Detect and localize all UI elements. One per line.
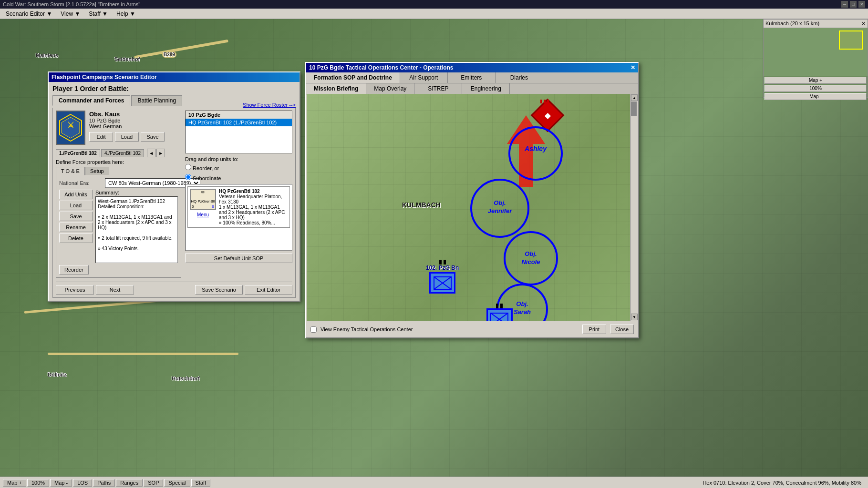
menu-help[interactable]: Help ▼ bbox=[113, 10, 139, 18]
status-map-minus[interactable]: Map - bbox=[50, 479, 72, 487]
status-los[interactable]: LOS bbox=[73, 479, 92, 487]
maximize-button[interactable]: □ bbox=[850, 1, 857, 8]
unit-card: ✉ HQ PzGrenBtl 5 S Menu HQ PzGr bbox=[187, 186, 290, 228]
edit-button[interactable]: Edit bbox=[89, 132, 113, 142]
status-sop[interactable]: SOP bbox=[144, 479, 163, 487]
mini-map-close[interactable]: ✕ bbox=[861, 20, 866, 27]
toc-close-icon[interactable]: ✕ bbox=[630, 64, 635, 71]
tab-content-area: ⚔ Obs. Kaus 10 PzG Bgde West-German Edit… bbox=[52, 108, 296, 298]
toc-tab-air-support[interactable]: Air Support bbox=[400, 72, 448, 83]
toc-tab-diaries[interactable]: Diaries bbox=[496, 72, 543, 83]
right-column: 10 PzG Bgde HQ PzGrenBtl 102 (1./PzGrenB… bbox=[185, 111, 292, 278]
force-next-icon[interactable]: ► bbox=[156, 149, 165, 157]
view-enemy-toc-checkbox[interactable] bbox=[310, 326, 317, 333]
toc-map[interactable]: KULMBACH ◆ bbox=[307, 94, 638, 321]
tab-battle-planning[interactable]: Battle Planning bbox=[131, 95, 182, 106]
radio-reorder-label[interactable]: Reorder, or bbox=[185, 164, 219, 171]
print-button[interactable]: Print bbox=[582, 325, 606, 334]
menu-label[interactable]: Menu bbox=[190, 211, 216, 218]
scenario-editor-title-bar: Flashpoint Campaigns Scenario Editor bbox=[49, 72, 300, 82]
commander-buttons: Edit Load Save bbox=[89, 132, 165, 142]
svg-text:Obj.: Obj. bbox=[494, 199, 506, 206]
radio-subordinate[interactable] bbox=[185, 174, 191, 180]
scrollbar-thumb[interactable] bbox=[631, 102, 637, 116]
save-scenario-button[interactable]: Save Scenario bbox=[195, 285, 243, 295]
obj-ashley-circle: Ashley bbox=[507, 125, 564, 182]
left-column: ⚔ Obs. Kaus 10 PzG Bgde West-German Edit… bbox=[56, 111, 181, 278]
toc-tab-formation-sop[interactable]: Formation SOP and Doctrine bbox=[306, 72, 400, 83]
force-tab-1[interactable]: 1./PzGrenBtl 102 bbox=[56, 149, 100, 157]
load-button[interactable]: Load bbox=[115, 132, 139, 142]
tab-commander-forces[interactable]: Commander and Forces bbox=[52, 95, 130, 106]
mini-map-buttons: Map + 100% Map - bbox=[764, 76, 868, 101]
toc-tab-engineering[interactable]: Engineering bbox=[462, 83, 510, 94]
national-era-row: National Era: CW 80s West-German (1980-1… bbox=[59, 178, 178, 188]
status-staff[interactable]: Staff bbox=[191, 479, 210, 487]
mini-map-plus[interactable]: Map + bbox=[765, 77, 867, 84]
toc-tab-map-overlay[interactable]: Map Overlay bbox=[366, 83, 414, 94]
cav-unit: 1stSq 2ndCav bbox=[483, 308, 516, 321]
window-controls[interactable]: ─ □ ✕ bbox=[841, 1, 865, 8]
toc-dialog: 10 PzG Bgde Tactical Operations Center -… bbox=[305, 62, 639, 338]
status-zoom[interactable]: 100% bbox=[27, 479, 49, 487]
radio-reorder[interactable] bbox=[185, 164, 191, 170]
mini-map-title: Kulmbach (20 x 15 km) ✕ bbox=[764, 20, 868, 28]
force-prev-icon[interactable]: ◄ bbox=[147, 149, 155, 157]
nav-buttons-right: Save Scenario Exit Editor bbox=[195, 285, 292, 295]
mini-map-minus[interactable]: Map - bbox=[765, 93, 867, 100]
hex-info: Hex 0710: Elevation 2, Cover 70%, Concea… bbox=[699, 479, 865, 486]
status-map-plus[interactable]: Map + bbox=[3, 479, 26, 487]
rename-button[interactable]: Rename bbox=[59, 223, 93, 232]
commander-section: ⚔ Obs. Kaus 10 PzG Bgde West-German Edit… bbox=[56, 111, 181, 145]
set-default-sop-button[interactable]: Set Default Unit SOP bbox=[185, 254, 292, 263]
map-label-b289-1: B289 bbox=[162, 51, 176, 58]
menu-scenario-editor[interactable]: Scenario Editor ▼ bbox=[2, 10, 56, 18]
toc-tab-mission-briefing[interactable]: Mission Briefing bbox=[306, 83, 366, 94]
reorder-button[interactable]: Reorder bbox=[59, 265, 89, 274]
status-paths[interactable]: Paths bbox=[93, 479, 115, 487]
menu-staff[interactable]: Staff ▼ bbox=[85, 10, 112, 18]
order-of-battle-heading: Player 1 Order of Battle: bbox=[52, 85, 296, 92]
force-item-hq[interactable]: HQ PzGrenBtl 102 (1./PzGrenBtl 102) bbox=[186, 119, 292, 126]
save-button[interactable]: Save bbox=[141, 132, 165, 142]
menu-view[interactable]: View ▼ bbox=[57, 10, 84, 18]
unit-card-title: HQ PzGrenBtl 102 bbox=[219, 189, 260, 194]
close-button[interactable]: ✕ bbox=[858, 1, 865, 8]
status-special[interactable]: Special bbox=[164, 479, 190, 487]
nicole-svg: Obj. Nicole bbox=[502, 230, 559, 287]
svg-text:Sarah: Sarah bbox=[514, 308, 531, 315]
toc-tab-sitrep[interactable]: SITREP bbox=[414, 83, 462, 94]
minimize-button[interactable]: ─ bbox=[841, 1, 848, 8]
unit-detail-2: 1 x M113GA1, 1 x M113GA1 and 2 x Headqua… bbox=[219, 204, 288, 220]
show-force-roster-link[interactable]: Show Force Roster --> bbox=[243, 102, 296, 108]
load-force-button[interactable]: Load bbox=[59, 201, 93, 210]
add-units-button[interactable]: Add Units bbox=[59, 190, 93, 199]
previous-button[interactable]: Previous bbox=[56, 285, 94, 295]
next-button[interactable]: Next bbox=[96, 285, 134, 295]
cav-symbol bbox=[486, 308, 513, 321]
toc-bottom-bar: View Enemy Tactical Operations Center Pr… bbox=[307, 321, 638, 337]
summary-label: Summary: bbox=[95, 190, 178, 195]
mini-map-image[interactable] bbox=[764, 28, 868, 76]
scrollbar-up[interactable]: ▲ bbox=[631, 94, 638, 101]
delete-button[interactable]: Delete bbox=[59, 234, 93, 243]
close-toc-button[interactable]: Close bbox=[610, 325, 634, 334]
toc-map-scrollbar[interactable]: ▲ ▼ bbox=[630, 94, 638, 321]
scrollbar-down[interactable]: ▼ bbox=[631, 314, 638, 320]
exit-editor-button[interactable]: Exit Editor bbox=[245, 285, 292, 295]
toc-tab-emitters[interactable]: Emitters bbox=[448, 72, 496, 83]
sub-tab-toe[interactable]: T O & E bbox=[56, 167, 85, 175]
toc-map-background: KULMBACH ◆ bbox=[307, 94, 638, 321]
status-ranges[interactable]: Ranges bbox=[116, 479, 143, 487]
force-list[interactable]: 10 PzG Bgde HQ PzGrenBtl 102 (1./PzGrenB… bbox=[185, 111, 292, 153]
radio-subordinate-label[interactable]: Subordinate bbox=[185, 174, 221, 181]
save-force-button[interactable]: Save bbox=[59, 212, 93, 221]
sub-tab-setup[interactable]: Setup bbox=[85, 167, 109, 175]
obj-nicole-circle: Obj. Nicole bbox=[502, 230, 559, 287]
toc-title-bar: 10 PzG Bgde Tactical Operations Center -… bbox=[306, 63, 638, 72]
force-tab-2[interactable]: 4./PzGrenBtl 102 bbox=[101, 149, 144, 157]
mini-map-zoom[interactable]: 100% bbox=[765, 85, 867, 92]
view-enemy-toc-label: View Enemy Tactical Operations Center bbox=[320, 326, 413, 332]
toc-title-text: 10 PzG Bgde Tactical Operations Center -… bbox=[309, 64, 454, 71]
national-era-label: National Era: bbox=[59, 180, 102, 186]
